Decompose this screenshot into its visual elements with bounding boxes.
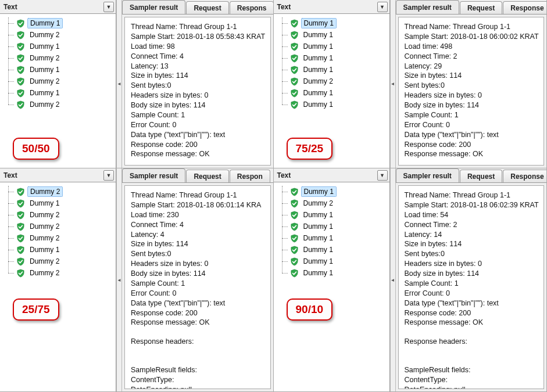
- tree-item[interactable]: Dummy 1: [290, 64, 387, 75]
- tree-item[interactable]: Dummy 1: [16, 41, 113, 52]
- shield-icon: [16, 199, 25, 208]
- content-type-label: ContentType:: [405, 375, 538, 385]
- ratio-badge: 90/10: [287, 299, 333, 321]
- tab-response[interactable]: Response: [503, 1, 546, 14]
- shield-icon: [16, 269, 25, 278]
- sample-count: Sample Count: 1: [405, 279, 538, 289]
- tree-pane: Text ▼ Dummy 1 Dummy 1 Dummy 1: [274, 0, 390, 168]
- results-tree[interactable]: Dummy 1 Dummy 1 Dummy 1 Dummy 1 Dummy 1: [274, 14, 389, 168]
- tree-item[interactable]: Dummy 1: [290, 256, 387, 267]
- splitter-handle[interactable]: ◄: [390, 168, 396, 391]
- sampler-result-body: Thread Name: Thread Group 1-1 Sample Sta…: [124, 17, 271, 166]
- tree-item-label: Dummy 1: [301, 233, 335, 243]
- tree-item[interactable]: Dummy 2: [16, 267, 113, 279]
- tree-item[interactable]: Dummy 2: [16, 232, 113, 244]
- tab-response[interactable]: Respon: [230, 170, 270, 182]
- detail-tabs: Sampler result Request Respons: [122, 0, 273, 15]
- tab-request[interactable]: Request: [186, 170, 228, 182]
- sampleresult-fields-label: SampleResult fields:: [131, 365, 264, 375]
- shield-icon: [290, 246, 299, 254]
- tree-item[interactable]: Dummy 2: [16, 209, 113, 221]
- sample-start: Sample Start: 2018-01-18 06:00:02 KRAT: [405, 32, 538, 42]
- tab-request[interactable]: Request: [460, 170, 502, 182]
- shield-icon: [290, 199, 299, 208]
- tree-item[interactable]: Dummy 1: [290, 221, 387, 232]
- sampler-result-body: Thread Name: Thread Group 1-1 Sample Sta…: [124, 185, 271, 389]
- tree-item[interactable]: Dummy 2: [16, 29, 113, 41]
- tree-item[interactable]: Dummy 1: [290, 232, 387, 244]
- tab-request[interactable]: Request: [186, 1, 228, 14]
- tree-header: Text ▼: [0, 0, 116, 14]
- tree-item-label: Dummy 1: [301, 88, 335, 98]
- load-time: Load time: 54: [405, 210, 538, 220]
- tree-item[interactable]: Dummy 2: [16, 221, 113, 232]
- results-tree[interactable]: Dummy 1 Dummy 2 Dummy 1 Dummy 1 Dummy 1: [274, 182, 389, 391]
- tree-item[interactable]: Dummy 1: [290, 244, 387, 256]
- load-time: Load time: 230: [131, 210, 264, 220]
- tree-item[interactable]: Dummy 1: [290, 87, 387, 99]
- tree-item[interactable]: Dummy 1: [290, 29, 387, 41]
- tree-item[interactable]: Dummy 1: [290, 186, 387, 197]
- ratio-badge: 75/25: [287, 138, 333, 160]
- tree-view-dropdown[interactable]: ▼: [377, 170, 388, 181]
- data-encoding-label: DataEncoding: null: [405, 385, 538, 389]
- tree-item-label: Dummy 2: [27, 222, 62, 231]
- tree-item-label: Dummy 1: [301, 18, 337, 28]
- splitter-handle[interactable]: ◄: [116, 168, 122, 391]
- tree-item[interactable]: Dummy 2: [16, 186, 113, 197]
- sample-start: Sample Start: 2018-01-18 05:58:43 KRAT: [131, 32, 264, 42]
- shield-icon: [16, 234, 25, 243]
- splitter-handle[interactable]: ◄: [390, 0, 396, 168]
- tab-sampler-result[interactable]: Sampler result: [396, 168, 459, 183]
- tree-item[interactable]: Dummy 2: [16, 99, 113, 110]
- tab-sampler-result[interactable]: Sampler result: [122, 168, 185, 183]
- tree-header: Text ▼: [0, 168, 116, 182]
- tree-item[interactable]: Dummy 2: [290, 75, 387, 87]
- shield-icon: [290, 188, 299, 196]
- tree-item-label: Dummy 2: [27, 77, 62, 86]
- results-tree[interactable]: Dummy 1 Dummy 2 Dummy 1 Dummy 2 Dummy 1: [0, 14, 116, 168]
- connect-time: Connect Time: 2: [405, 52, 538, 62]
- shield-icon: [16, 77, 25, 86]
- thread-name: Thread Name: Thread Group 1-1: [131, 22, 264, 32]
- tree-item[interactable]: Dummy 1: [290, 52, 387, 64]
- detail-pane: Sampler result Request Response Thread N…: [396, 168, 547, 391]
- tree-item-label: Dummy 1: [27, 42, 62, 51]
- results-tree[interactable]: Dummy 2 Dummy 1 Dummy 2 Dummy 2 Dummy 2: [0, 182, 116, 391]
- tree-item[interactable]: Dummy 1: [16, 244, 113, 256]
- tree-item[interactable]: Dummy 2: [16, 256, 113, 267]
- detail-pane: Sampler result Request Respon Thread Nam…: [122, 168, 273, 391]
- chevron-left-icon: ◄: [391, 278, 395, 283]
- chevron-left-icon: ◄: [391, 81, 395, 87]
- sampleresult-fields-label: SampleResult fields:: [405, 365, 538, 375]
- tree-view-dropdown[interactable]: ▼: [103, 2, 114, 12]
- tab-request[interactable]: Request: [460, 1, 502, 14]
- tree-item[interactable]: Dummy 1: [290, 99, 387, 110]
- tree-item-label: Dummy 1: [27, 18, 63, 28]
- tree-item[interactable]: Dummy 1: [290, 41, 387, 52]
- error-count: Error Count: 0: [405, 120, 538, 130]
- tab-response[interactable]: Respons: [230, 1, 273, 14]
- response-code: Response code: 200: [405, 308, 538, 318]
- tree-item[interactable]: Dummy 2: [290, 197, 387, 209]
- body-size: Body size in bytes: 114: [131, 269, 264, 279]
- tree-item[interactable]: Dummy 1: [16, 197, 113, 209]
- tab-sampler-result[interactable]: Sampler result: [396, 0, 459, 15]
- tab-response[interactable]: Response: [503, 170, 546, 182]
- tree-view-dropdown[interactable]: ▼: [103, 170, 114, 181]
- tree-item[interactable]: Dummy 1: [16, 87, 113, 99]
- tree-item[interactable]: Dummy 1: [290, 267, 387, 279]
- tree-item-label: Dummy 1: [301, 210, 335, 220]
- tree-item[interactable]: Dummy 2: [16, 52, 113, 64]
- splitter-handle[interactable]: ◄: [116, 0, 122, 168]
- tree-item[interactable]: Dummy 1: [290, 209, 387, 221]
- tree-item[interactable]: Dummy 2: [16, 75, 113, 87]
- tree-header: Text ▼: [274, 0, 389, 14]
- tree-item[interactable]: Dummy 1: [16, 64, 113, 75]
- tab-sampler-result[interactable]: Sampler result: [122, 0, 185, 15]
- tree-item-label: Dummy 2: [301, 199, 335, 208]
- tree-item[interactable]: Dummy 1: [290, 17, 387, 29]
- size-in-bytes: Size in bytes: 114: [405, 71, 538, 81]
- tree-view-dropdown[interactable]: ▼: [377, 2, 388, 12]
- tree-item[interactable]: Dummy 1: [16, 17, 113, 29]
